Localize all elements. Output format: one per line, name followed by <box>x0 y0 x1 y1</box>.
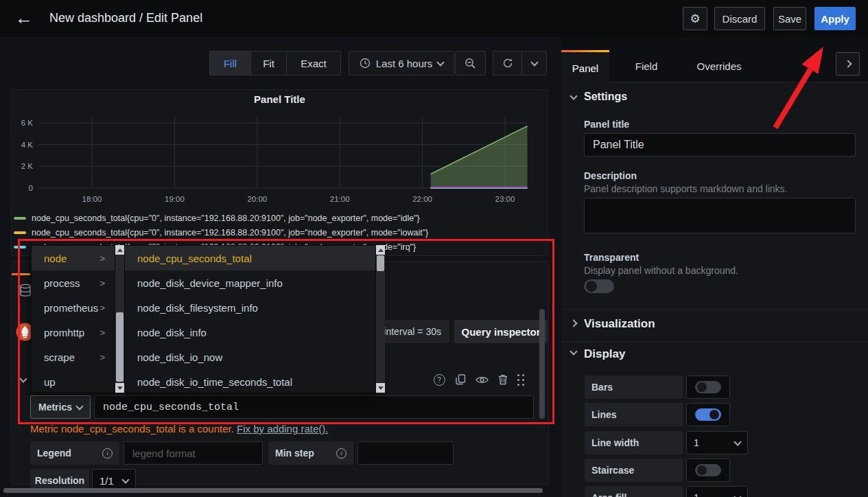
menu-item-label: scrape <box>44 351 75 363</box>
svg-text:23:00: 23:00 <box>495 195 515 203</box>
min-step-input[interactable] <box>365 447 446 460</box>
settings-section-header[interactable]: Settings <box>584 91 627 103</box>
legend-item[interactable]: node_cpu_seconds_total{cpu="0", instance… <box>14 212 420 224</box>
menu-item-label: node_disk_info <box>137 327 207 338</box>
description-label: Description <box>584 170 637 181</box>
menu-item-up[interactable]: up <box>32 369 115 394</box>
line-width-select[interactable]: 1 <box>686 431 748 454</box>
duplicate-query-button[interactable] <box>454 373 467 386</box>
metric-list-scrollbar[interactable] <box>376 245 385 393</box>
metric-item-node_cpu_seconds_total[interactable]: node_cpu_seconds_total <box>125 246 375 270</box>
namespace-menu-scrollbar[interactable] <box>115 245 124 393</box>
menu-item-label: promhttp <box>44 327 84 338</box>
legend-option: Legend i <box>30 441 119 465</box>
horizontal-scrollbar[interactable] <box>3 488 543 493</box>
legend-swatch[interactable] <box>14 246 26 248</box>
menu-item-node[interactable]: node> <box>32 246 115 270</box>
query-inspector-button[interactable]: Query inspector <box>454 320 548 343</box>
time-series-chart[interactable]: 02 K4 K6 K18:0019:0020:0021:0022:0023:00 <box>11 89 548 209</box>
menu-item-label: node_disk_io_time_seconds_total <box>137 376 292 388</box>
query-expression-input[interactable] <box>102 401 526 414</box>
scroll-up-icon <box>378 248 384 252</box>
editor-scrollbar[interactable] <box>539 309 545 419</box>
back-arrow-icon[interactable]: ← <box>15 8 33 27</box>
tab-overrides[interactable]: Overrides <box>683 50 755 82</box>
metric-item-node_disk_io_now[interactable]: node_disk_io_now <box>125 345 375 369</box>
min-step-field[interactable] <box>357 441 454 465</box>
refresh-interval-dropdown[interactable] <box>521 51 547 76</box>
tab-panel[interactable]: Panel <box>561 50 609 84</box>
display-row-label-line-width: Line width <box>585 431 683 454</box>
menu-item-label: node_cpu_seconds_total <box>137 253 252 264</box>
chevron-down-icon <box>734 493 741 497</box>
transparent-label: Transparent <box>584 252 639 263</box>
top-navbar: ← New dashboard / Edit Panel ⚙ Discard S… <box>0 0 868 37</box>
metric-item-node_disk_info[interactable]: node_disk_info <box>125 320 375 345</box>
visualization-section-header[interactable]: Visualization <box>584 317 655 331</box>
min-step-option: Min step i <box>268 441 353 465</box>
chevron-right-icon: > <box>99 327 105 338</box>
staircase-toggle[interactable] <box>695 464 721 476</box>
metric-namespace-menu: node>process>prometheus>promhttp>scrape>… <box>31 245 115 393</box>
lines-toggle[interactable] <box>695 408 721 421</box>
drag-query-handle[interactable] <box>515 373 528 386</box>
panel-title-input[interactable] <box>591 138 848 152</box>
refresh-button[interactable] <box>493 51 521 76</box>
discard-button[interactable]: Discard <box>714 7 765 30</box>
metric-item-node_disk_filesystem_info[interactable]: node_disk_filesystem_info <box>125 295 375 320</box>
time-range-label: Last 6 hours <box>376 58 433 69</box>
fix-rate-link[interactable]: Fix by adding rate(). <box>237 423 328 435</box>
chevron-right-icon: > <box>99 352 105 362</box>
disable-query-button[interactable] <box>475 373 489 386</box>
svg-text:21:00: 21:00 <box>330 195 350 203</box>
menu-item-label: up <box>44 376 56 388</box>
zoom-out-time-button[interactable] <box>455 51 486 76</box>
legend-format-field[interactable] <box>124 441 263 465</box>
metrics-dropdown-button[interactable]: Metrics <box>30 395 91 419</box>
collapse-options-button[interactable] <box>836 52 860 76</box>
metric-item-node_disk_device_mapper_info[interactable]: node_disk_device_mapper_info <box>125 270 375 295</box>
metric-item-node_disk_io_time_seconds_total[interactable]: node_disk_io_time_seconds_total <box>125 369 375 394</box>
menu-item-promhttp[interactable]: promhttp> <box>32 320 115 345</box>
interval-indicator: interval = 30s <box>374 320 449 343</box>
legend-swatch[interactable] <box>14 231 26 234</box>
fill-option[interactable]: Fill <box>210 51 251 75</box>
menu-item-label: node_disk_io_now <box>137 351 222 363</box>
menu-item-scrape[interactable]: scrape> <box>32 345 115 369</box>
time-range-picker[interactable]: Last 6 hours <box>349 51 454 76</box>
save-button[interactable]: Save <box>773 7 806 30</box>
resolution-label: Resolution <box>35 475 84 486</box>
bars-toggle[interactable] <box>695 381 721 393</box>
query-help-button[interactable]: ? <box>432 373 446 386</box>
legend-option-label: Legend <box>37 448 71 459</box>
transparent-toggle[interactable] <box>584 279 614 293</box>
display-section-header[interactable]: Display <box>584 347 625 361</box>
scroll-down-icon <box>117 386 123 390</box>
bars-toggle-box[interactable] <box>686 375 730 399</box>
delete-query-button[interactable] <box>496 373 510 386</box>
datasource-icon <box>19 284 32 297</box>
apply-button[interactable]: Apply <box>814 7 856 30</box>
chevron-down-icon <box>75 402 83 410</box>
dashboard-settings-button[interactable]: ⚙ <box>683 7 707 30</box>
legend-swatch[interactable] <box>14 217 26 220</box>
legend-format-input[interactable] <box>131 447 255 460</box>
clock-icon <box>360 58 371 69</box>
fit-option[interactable]: Fit <box>251 51 287 75</box>
query-expression-field[interactable] <box>94 395 534 419</box>
exact-option[interactable]: Exact <box>287 51 340 75</box>
area-fill-select[interactable]: 1 <box>686 486 748 497</box>
tab-field[interactable]: Field <box>622 50 670 82</box>
legend-item[interactable]: node_cpu_seconds_total{cpu="0", instance… <box>14 227 428 239</box>
tab-label: Panel <box>572 62 598 74</box>
menu-item-process[interactable]: process> <box>32 270 115 295</box>
lines-toggle-box[interactable] <box>686 403 730 426</box>
svg-text:0: 0 <box>29 184 33 192</box>
staircase-toggle-box[interactable] <box>686 459 730 482</box>
scroll-down-icon <box>378 386 384 390</box>
description-field[interactable] <box>584 198 856 233</box>
panel-title-field[interactable] <box>584 133 856 157</box>
menu-item-prometheus[interactable]: prometheus> <box>32 295 115 320</box>
grafana-edit-panel: ← New dashboard / Edit Panel ⚙ Discard S… <box>0 0 868 497</box>
chevron-down-icon <box>437 58 445 66</box>
